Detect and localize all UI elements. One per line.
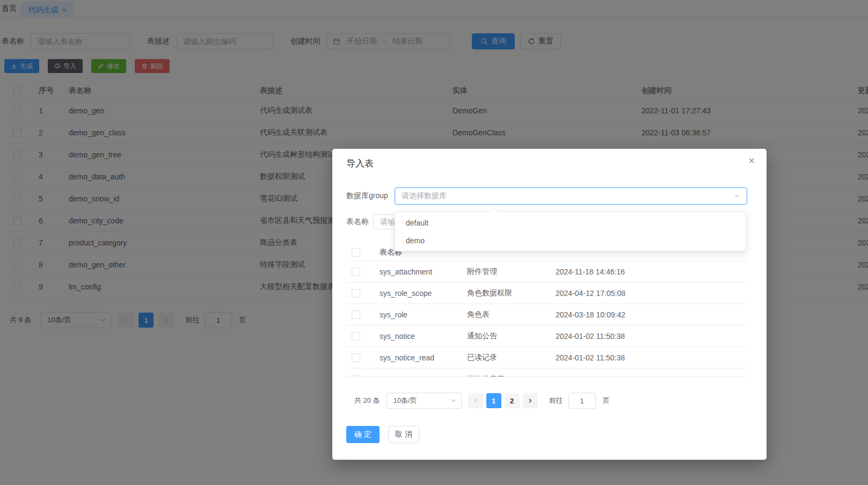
modal-table-name-label: 表名称 (346, 217, 369, 227)
modal-next-page-button[interactable] (523, 393, 538, 408)
modal-row-checkbox[interactable] (352, 332, 360, 341)
cell-created: 2024-11-18 14:46:16 (550, 267, 747, 276)
modal-table-row: sys_notice 通知公告 2024-01-02 11:50:38 (346, 325, 747, 347)
modal-goto-page-input[interactable] (568, 393, 596, 409)
database-label: 数据库group (346, 191, 395, 201)
modal-row-checkbox[interactable] (352, 353, 360, 362)
cell-created: 2024-03-18 10:09:42 (550, 310, 747, 319)
dropdown-option-demo[interactable]: demo (395, 232, 746, 250)
modal-select-all-checkbox[interactable] (352, 248, 360, 257)
cell-name: sys_role (373, 310, 462, 319)
modal-pagination: 共 20 条 10条/页 1 2 前往 页 (354, 393, 610, 409)
cell-created: 2023-11-19 17:29:35 (550, 375, 747, 378)
chevron-left-icon (472, 397, 479, 404)
dialog-close-icon[interactable]: × (748, 155, 755, 166)
modal-total-count: 共 20 条 (354, 396, 380, 406)
modal-table-row: sys_role 角色表 2024-03-18 10:09:42 (346, 304, 747, 325)
cell-created: 2024-01-02 11:50:38 (550, 332, 747, 341)
modal-table-row: sys_attachment 附件管理 2024-11-18 14:46:16 (346, 261, 747, 283)
modal-goto-label: 前往 (549, 396, 563, 406)
modal-page-number-1[interactable]: 1 (486, 393, 501, 408)
database-select[interactable]: 请选择数据库 (395, 187, 747, 205)
database-field-row: 数据库group 请选择数据库 (346, 187, 747, 205)
modal-page-number-2[interactable]: 2 (505, 393, 520, 408)
cell-name: sys_notice (373, 332, 462, 341)
cell-desc: 角色数据权限 (462, 288, 550, 298)
dialog-title: 导入表 (346, 157, 374, 170)
cell-created: 2024-01-02 11:50:38 (550, 353, 747, 362)
cell-created: 2024-04-12 17:05:08 (550, 289, 747, 298)
cell-name: sys_notice_read (373, 353, 462, 362)
cell-desc: 已读记录 (462, 353, 550, 363)
cell-name: sys_post (373, 375, 462, 378)
modal-row-checkbox[interactable] (352, 289, 360, 298)
modal-row-checkbox[interactable] (352, 310, 360, 319)
dialog-footer: 确 定 取 消 (346, 426, 419, 443)
database-dropdown-panel: default demo (395, 212, 746, 251)
modal-row-checkbox[interactable] (352, 267, 360, 276)
modal-table-row: sys_role_scope 角色数据权限 2024-04-12 17:05:0… (346, 283, 747, 304)
cell-name: sys_attachment (373, 267, 462, 276)
dropdown-option-default[interactable]: default (395, 214, 746, 232)
chevron-up-icon (734, 193, 740, 199)
database-select-placeholder: 请选择数据库 (402, 191, 447, 201)
cancel-button[interactable]: 取 消 (388, 426, 419, 443)
cell-desc: 岗位信息表 (462, 374, 550, 378)
chevron-down-icon (450, 397, 457, 404)
cell-name: sys_role_scope (373, 289, 462, 298)
modal-table-row: sys_notice_read 已读记录 2024-01-02 11:50:38 (346, 347, 747, 368)
chevron-right-icon (527, 397, 534, 404)
modal-page-size-select[interactable]: 10条/页 (386, 393, 462, 409)
modal-table-row: sys_post 岗位信息表 2023-11-19 17:29:35 (346, 368, 747, 377)
import-tables-list: 表名称 sys_attachment 附件管理 2024-11-18 14:46… (346, 244, 747, 377)
import-table-dialog: 导入表 × 数据库group 请选择数据库 表名称 表名称 sys_attach… (332, 149, 767, 460)
modal-page-unit: 页 (603, 396, 610, 406)
cell-desc: 通知公告 (462, 331, 550, 341)
cell-desc: 角色表 (462, 310, 550, 320)
confirm-button[interactable]: 确 定 (346, 426, 380, 443)
modal-row-checkbox[interactable] (352, 375, 360, 378)
modal-prev-page-button[interactable] (468, 393, 483, 408)
cell-desc: 附件管理 (462, 267, 550, 277)
